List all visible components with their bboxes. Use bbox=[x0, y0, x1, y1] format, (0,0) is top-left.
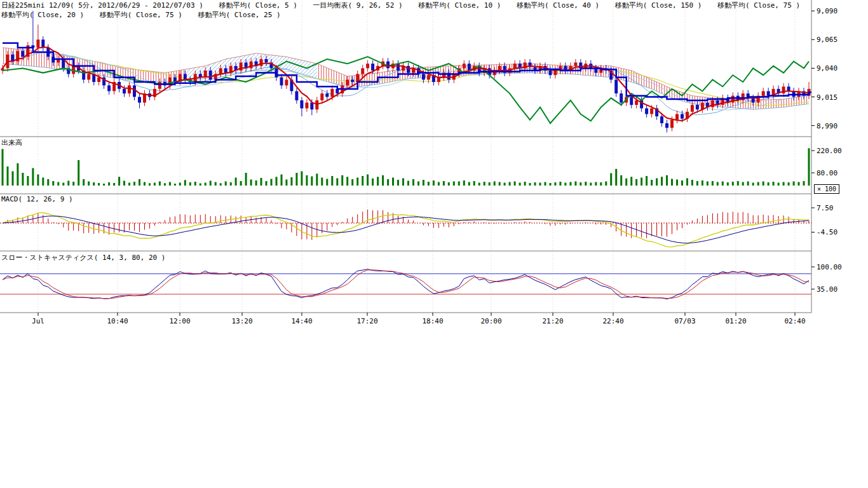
indicator-label-ma75b[interactable]: 移動平均( Close, 75 ) bbox=[100, 11, 182, 19]
svg-text:22:40: 22:40 bbox=[602, 317, 623, 325]
svg-text:-4.50: -4.50 bbox=[817, 228, 837, 236]
chart-application: 9,0909,0659,0409,0158,990220.0080.007.50… bbox=[0, 0, 868, 488]
svg-text:01:20: 01:20 bbox=[725, 317, 746, 325]
chart-title: 日経225mini 12/09( 5分, 2012/06/29 - 2012/0… bbox=[1, 1, 203, 10]
svg-text:8,990: 8,990 bbox=[817, 122, 837, 130]
svg-text:100.00: 100.00 bbox=[817, 263, 842, 271]
volume-panel bbox=[2, 148, 810, 186]
volume-panel-label: 出来高 bbox=[1, 138, 22, 147]
svg-text:13:20: 13:20 bbox=[231, 317, 252, 325]
x-axis: Jul10:4012:0013:2014:4017:2018:4020:0021… bbox=[32, 313, 806, 325]
svg-text:20:00: 20:00 bbox=[480, 317, 501, 325]
svg-text:14:40: 14:40 bbox=[291, 317, 312, 325]
svg-text:35.00: 35.00 bbox=[817, 285, 837, 294]
grid-vertical bbox=[38, 1, 795, 313]
chart-canvas[interactable]: 9,0909,0659,0409,0158,990220.0080.007.50… bbox=[0, 0, 868, 332]
svg-text:17:20: 17:20 bbox=[356, 317, 377, 325]
indicator-label-ma150[interactable]: 移動平均( Close, 150 ) bbox=[615, 1, 702, 10]
svg-text:07/03: 07/03 bbox=[674, 317, 695, 325]
svg-text:12:00: 12:00 bbox=[169, 317, 190, 325]
svg-text:9,015: 9,015 bbox=[817, 93, 837, 102]
volume-multiplier-badge: × 100 bbox=[814, 184, 839, 194]
price-panel bbox=[1, 11, 812, 132]
svg-text:9,040: 9,040 bbox=[817, 64, 837, 72]
indicator-label-ichimoku[interactable]: 一目均衡表( 9, 26, 52 ) bbox=[313, 1, 403, 10]
svg-text:10:40: 10:40 bbox=[107, 317, 128, 325]
macd-panel bbox=[0, 210, 811, 247]
chart-header-row2: 移動平均( Close, 20 ) 移動平均( Close, 75 ) 移動平均… bbox=[1, 10, 292, 20]
svg-text:80.00: 80.00 bbox=[817, 169, 837, 177]
indicator-label-ma75[interactable]: 移動平均( Close, 75 ) bbox=[717, 1, 800, 10]
y-axis-labels: 9,0909,0659,0409,0158,990220.0080.007.50… bbox=[811, 7, 842, 294]
stoch-panel-label: スロー・ストキャスティクス( 14, 3, 80, 20 ) bbox=[1, 253, 165, 262]
svg-text:18:40: 18:40 bbox=[422, 317, 443, 325]
indicator-label-ma25[interactable]: 移動平均( Close, 25 ) bbox=[198, 11, 280, 19]
svg-text:21:20: 21:20 bbox=[542, 317, 563, 325]
indicator-label-ma10[interactable]: 移動平均( Close, 10 ) bbox=[418, 1, 501, 10]
indicator-label-ma40[interactable]: 移動平均( Close, 40 ) bbox=[517, 1, 599, 10]
indicator-label-ma5[interactable]: 移動平均( Close, 5 ) bbox=[219, 1, 297, 10]
svg-text:9,090: 9,090 bbox=[817, 7, 837, 15]
indicator-label-ma20[interactable]: 移動平均( Close, 20 ) bbox=[1, 11, 84, 19]
svg-text:02:40: 02:40 bbox=[784, 317, 805, 325]
svg-text:7.50: 7.50 bbox=[817, 204, 834, 212]
macd-panel-label: MACD( 12, 26, 9 ) bbox=[1, 195, 73, 203]
svg-text:220.00: 220.00 bbox=[817, 147, 842, 155]
panel-borders bbox=[0, 0, 811, 313]
chart-header-row1: 日経225mini 12/09( 5分, 2012/06/29 - 2012/0… bbox=[1, 1, 811, 10]
stoch-panel bbox=[0, 269, 811, 299]
svg-text:Jul: Jul bbox=[32, 317, 44, 325]
svg-text:9,065: 9,065 bbox=[817, 36, 837, 44]
